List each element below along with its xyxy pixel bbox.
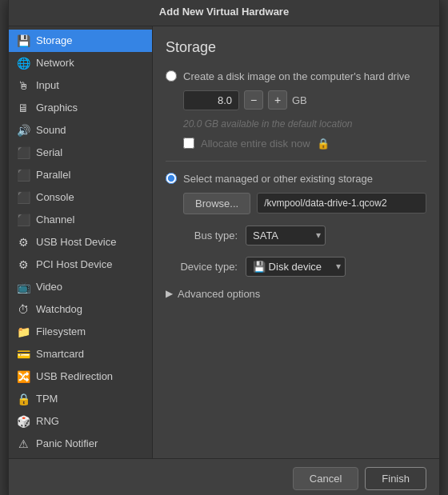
video-icon: 📺	[17, 281, 30, 293]
sidebar-item-sound[interactable]: 🔊Sound	[9, 119, 152, 142]
sidebar-label-rng: RNG	[36, 415, 59, 427]
main-panel: Storage Create a disk image on the compu…	[153, 26, 439, 458]
lock-icon: 🔒	[317, 138, 330, 150]
sidebar-item-usb-host-device[interactable]: ⚙USB Host Device	[9, 231, 152, 253]
sidebar-label-smartcard: Smartcard	[36, 348, 84, 360]
allocate-checkbox[interactable]	[183, 138, 194, 149]
sidebar-item-video[interactable]: 📺Video	[9, 276, 152, 298]
bus-select-wrapper: SATA IDE VirtIO	[246, 226, 326, 246]
sidebar-label-console: Console	[36, 191, 74, 203]
filesystem-icon: 📁	[17, 325, 30, 338]
sidebar-item-graphics[interactable]: 🖥Graphics	[9, 97, 152, 119]
watchdog-icon: ⏱	[17, 303, 30, 316]
sidebar-label-graphics: Graphics	[36, 102, 78, 114]
parallel-icon: ⬛	[17, 169, 30, 182]
sidebar-item-rng[interactable]: 🎲RNG	[9, 410, 152, 433]
sidebar-item-pci-host-device[interactable]: ⚙PCI Host Device	[9, 253, 152, 276]
sidebar-item-network[interactable]: 🌐Network	[9, 52, 152, 74]
add-hardware-dialog: Add New Virtual Hardware 💾Storage🌐Networ…	[8, 0, 440, 495]
console-icon: ⬛	[17, 191, 30, 204]
size-increase-button[interactable]: +	[268, 90, 287, 110]
serial-icon: ⬛	[17, 146, 30, 159]
sidebar-label-channel: Channel	[36, 214, 74, 226]
allocate-label: Allocate entire disk now	[201, 138, 310, 150]
size-input[interactable]	[183, 90, 239, 110]
size-decrease-button[interactable]: −	[244, 90, 263, 110]
browse-row: Browse...	[183, 193, 426, 214]
channel-icon: ⬛	[17, 214, 30, 226]
chevron-right-icon: ▶	[166, 288, 173, 299]
disk-size-row: − + GB	[183, 90, 426, 110]
sound-icon: 🔊	[17, 124, 30, 137]
sidebar-item-filesystem[interactable]: 📁Filesystem	[9, 321, 152, 343]
sidebar-label-watchdog: Watchdog	[36, 303, 82, 315]
sidebar-label-network: Network	[36, 57, 74, 69]
device-row: Device type: 💾 Disk device CD/DVD Floppy	[166, 257, 426, 277]
option1-label: Create a disk image on the computer's ha…	[183, 70, 410, 82]
sidebar-item-tpm[interactable]: 🔒TPM	[9, 388, 152, 410]
sidebar-label-usb-host-device: USB Host Device	[36, 236, 116, 248]
path-field[interactable]	[257, 193, 426, 214]
input-icon: 🖱	[17, 79, 30, 92]
sidebar-item-channel[interactable]: ⬛Channel	[9, 209, 152, 231]
sidebar-item-usb-redirection[interactable]: 🔀USB Redirection	[9, 365, 152, 388]
sidebar-item-storage[interactable]: 💾Storage	[9, 30, 152, 52]
bus-select[interactable]: SATA IDE VirtIO	[246, 226, 326, 246]
sidebar-label-video: Video	[36, 281, 62, 293]
device-label: Device type:	[166, 261, 238, 273]
smartcard-icon: 💳	[17, 348, 30, 361]
cancel-button[interactable]: Cancel	[293, 467, 358, 490]
option2-radio[interactable]	[166, 173, 177, 184]
sidebar-item-watchdog[interactable]: ⏱Watchdog	[9, 298, 152, 321]
sidebar-label-storage: Storage	[36, 34, 73, 46]
advanced-row[interactable]: ▶ Advanced options	[166, 288, 426, 300]
device-select[interactable]: 💾 Disk device CD/DVD Floppy	[246, 257, 346, 277]
size-unit: GB	[292, 94, 307, 106]
sidebar-item-parallel[interactable]: ⬛Parallel	[9, 164, 152, 186]
option2-row: Select managed or other existing storage	[166, 173, 426, 185]
option1-row: Create a disk image on the computer's ha…	[166, 70, 426, 82]
advanced-label: Advanced options	[178, 288, 260, 300]
panel-title: Storage	[166, 39, 426, 56]
graphics-icon: 🖥	[17, 102, 30, 114]
device-select-wrapper: 💾 Disk device CD/DVD Floppy	[246, 257, 346, 277]
sidebar-item-serial[interactable]: ⬛Serial	[9, 142, 152, 164]
sidebar-label-serial: Serial	[36, 146, 62, 158]
bus-label: Bus type:	[166, 230, 238, 242]
finish-button[interactable]: Finish	[365, 467, 426, 490]
sidebar-label-filesystem: Filesystem	[36, 325, 86, 337]
network-icon: 🌐	[17, 57, 30, 70]
sidebar-label-tpm: TPM	[36, 393, 58, 405]
dialog-body: 💾Storage🌐Network🖱Input🖥Graphics🔊Sound⬛Se…	[9, 26, 439, 458]
tpm-icon: 🔒	[17, 393, 30, 405]
pci-host-device-icon: ⚙	[17, 258, 30, 271]
panic-notifier-icon: ⚠	[17, 437, 30, 450]
dialog-title: Add New Virtual Hardware	[9, 0, 439, 26]
available-text: 20.0 GB available in the default locatio…	[183, 118, 426, 130]
sidebar-item-input[interactable]: 🖱Input	[9, 74, 152, 97]
option1-radio[interactable]	[166, 70, 177, 82]
sidebar: 💾Storage🌐Network🖱Input🖥Graphics🔊Sound⬛Se…	[9, 26, 153, 458]
browse-button[interactable]: Browse...	[183, 193, 250, 214]
sidebar-item-smartcard[interactable]: 💳Smartcard	[9, 343, 152, 365]
sidebar-label-sound: Sound	[36, 124, 66, 136]
sidebar-item-panic-notifier[interactable]: ⚠Panic Notifier	[9, 433, 152, 455]
sidebar-label-panic-notifier: Panic Notifier	[36, 437, 98, 449]
allocate-row: Allocate entire disk now 🔒	[183, 138, 426, 150]
divider	[166, 161, 426, 162]
sidebar-label-usb-redirection: USB Redirection	[36, 370, 113, 382]
option2-label: Select managed or other existing storage	[183, 173, 373, 185]
sidebar-label-input: Input	[36, 79, 59, 91]
rng-icon: 🎲	[17, 415, 30, 428]
usb-redirection-icon: 🔀	[17, 370, 30, 383]
sidebar-label-parallel: Parallel	[36, 169, 70, 181]
sidebar-label-pci-host-device: PCI Host Device	[36, 258, 112, 270]
usb-host-device-icon: ⚙	[17, 236, 30, 249]
storage-icon: 💾	[17, 34, 30, 47]
sidebar-item-console[interactable]: ⬛Console	[9, 186, 152, 209]
bus-row: Bus type: SATA IDE VirtIO	[166, 226, 426, 246]
dialog-footer: Cancel Finish	[9, 458, 439, 496]
